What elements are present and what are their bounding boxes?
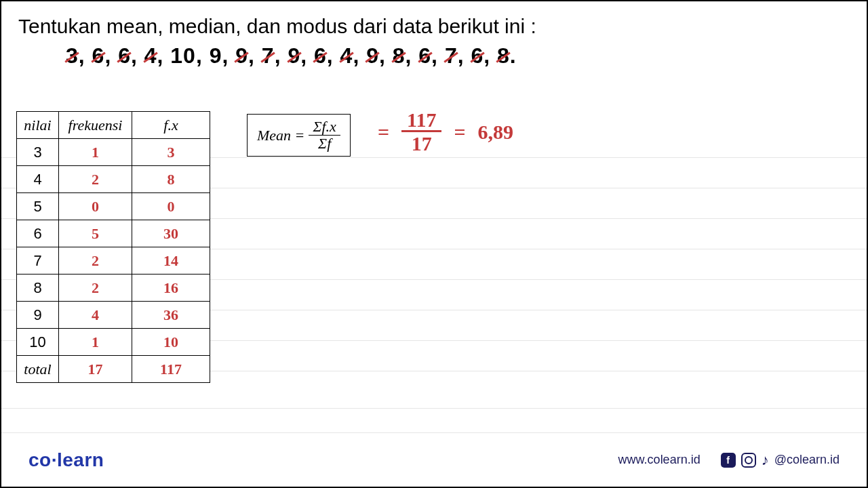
mean-formula: Mean = Σf.x Σf bbox=[247, 114, 351, 157]
table-row: 8216 bbox=[17, 274, 210, 302]
table-row: 428 bbox=[17, 166, 210, 193]
formula-numerator: Σf.x bbox=[309, 119, 340, 136]
table-header-row: nilai frekuensi f.x bbox=[17, 112, 210, 139]
tiktok-icon: ♪ bbox=[762, 451, 769, 469]
header-nilai: nilai bbox=[17, 112, 59, 139]
cell-nilai: 9 bbox=[17, 302, 59, 329]
table-row: 500 bbox=[17, 193, 210, 220]
cell-frekuensi: 5 bbox=[59, 220, 132, 247]
calc-denominator: 17 bbox=[412, 132, 432, 154]
data-value: 8 bbox=[497, 43, 510, 68]
cell-frekuensi: 2 bbox=[59, 274, 132, 302]
frequency-table: nilai frekuensi f.x 31342850065307214821… bbox=[16, 111, 210, 383]
mean-calculation: = 117 17 = 6,89 bbox=[378, 110, 513, 154]
cell-fx: 3 bbox=[132, 139, 210, 166]
worksheet-page: Tentukan mean, median, dan modus dari da… bbox=[0, 0, 868, 488]
cell-nilai: 6 bbox=[17, 220, 59, 247]
calc-numerator: 117 bbox=[401, 110, 441, 132]
data-value: 6 bbox=[418, 43, 431, 68]
table-row: 313 bbox=[17, 139, 210, 166]
total-fx: 117 bbox=[132, 356, 210, 383]
cell-nilai: 10 bbox=[17, 329, 59, 356]
equals-1: = bbox=[378, 121, 389, 144]
cell-fx: 36 bbox=[132, 302, 210, 329]
instagram-icon bbox=[741, 453, 756, 468]
logo-dot: · bbox=[52, 449, 57, 470]
social-handle: @colearn.id bbox=[774, 453, 840, 467]
cell-fx: 10 bbox=[132, 329, 210, 356]
cell-frekuensi: 1 bbox=[59, 329, 132, 356]
cell-frekuensi: 0 bbox=[59, 193, 132, 220]
header-fx: f.x bbox=[132, 112, 210, 139]
cell-nilai: 5 bbox=[17, 193, 59, 220]
data-value: 10 bbox=[170, 43, 196, 68]
table-row: 7214 bbox=[17, 247, 210, 274]
data-value: 7 bbox=[262, 43, 275, 68]
formula-denominator: Σf bbox=[314, 136, 335, 152]
dataset-values: 3, 6, 6, 4, 10, 9, 9, 7, 9, 6, 4, 9, 8, … bbox=[66, 43, 517, 68]
total-label: total bbox=[17, 356, 59, 383]
rule-line bbox=[1, 408, 867, 409]
table-row: 9436 bbox=[17, 302, 210, 329]
cell-frekuensi: 2 bbox=[59, 247, 132, 274]
data-value: 4 bbox=[340, 43, 353, 68]
data-value: 9 bbox=[366, 43, 379, 68]
cell-nilai: 8 bbox=[17, 274, 59, 302]
data-value: 9 bbox=[288, 43, 300, 68]
formula-fraction: Σf.x Σf bbox=[309, 119, 340, 152]
social-icons: f ♪ @colearn.id bbox=[721, 451, 840, 469]
cell-fx: 8 bbox=[132, 166, 210, 193]
facebook-icon: f bbox=[721, 453, 736, 468]
cell-frekuensi: 4 bbox=[59, 302, 132, 329]
table-total-row: total 17 117 bbox=[17, 356, 210, 383]
data-value: 6 bbox=[471, 43, 484, 68]
total-freq: 17 bbox=[59, 356, 132, 383]
table-row: 6530 bbox=[17, 220, 210, 247]
cell-frekuensi: 1 bbox=[59, 139, 132, 166]
cell-nilai: 7 bbox=[17, 247, 59, 274]
cell-nilai: 3 bbox=[17, 139, 59, 166]
formula-lhs: Mean = bbox=[257, 127, 304, 144]
data-value: 7 bbox=[445, 43, 458, 68]
data-value: 8 bbox=[393, 43, 406, 68]
brand-logo: co·learn bbox=[28, 449, 104, 471]
data-value: 6 bbox=[118, 43, 131, 68]
data-value: 9 bbox=[235, 43, 248, 68]
question-text: Tentukan mean, median, dan modus dari da… bbox=[18, 15, 536, 38]
footer-right: www.colearn.id f ♪ @colearn.id bbox=[618, 451, 840, 469]
footer-bar: co·learn www.colearn.id f ♪ @colearn.id bbox=[1, 432, 867, 487]
logo-part-b: learn bbox=[57, 449, 104, 470]
data-value: 4 bbox=[144, 43, 157, 68]
calc-fraction: 117 17 bbox=[401, 110, 441, 154]
data-value: 9 bbox=[210, 43, 222, 68]
cell-fx: 30 bbox=[132, 220, 210, 247]
calc-result: 6,89 bbox=[478, 121, 514, 144]
header-frekuensi: frekuensi bbox=[59, 112, 132, 139]
logo-part-a: co bbox=[28, 449, 52, 470]
table-row: 10110 bbox=[17, 329, 210, 356]
cell-fx: 16 bbox=[132, 274, 210, 302]
footer-site: www.colearn.id bbox=[618, 453, 701, 467]
cell-fx: 14 bbox=[132, 247, 210, 274]
cell-nilai: 4 bbox=[17, 166, 59, 193]
equals-2: = bbox=[454, 121, 465, 144]
data-value: 3 bbox=[66, 43, 79, 68]
data-value: 6 bbox=[314, 43, 327, 68]
cell-fx: 0 bbox=[132, 193, 210, 220]
cell-frekuensi: 2 bbox=[59, 166, 132, 193]
data-value: 6 bbox=[92, 43, 105, 68]
